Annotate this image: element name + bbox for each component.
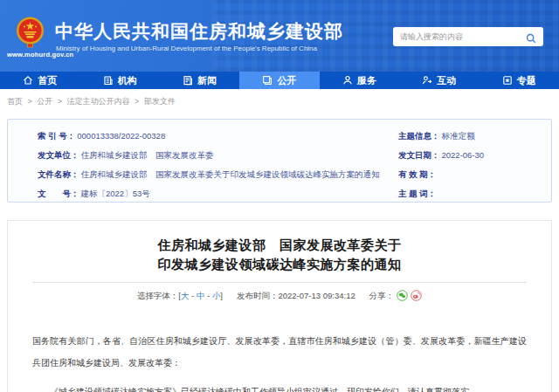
- nav-item-label: 服务: [357, 74, 376, 87]
- meta-value: 建标〔2022〕53号: [81, 189, 150, 198]
- meta-row-index-number: 索 引 号：000013338/2022-00328: [38, 130, 165, 142]
- meta-row-document-number: 文 号：建标〔2022〕53号: [38, 188, 150, 200]
- font-size-medium-button[interactable]: 中: [197, 291, 205, 300]
- site-search: [393, 27, 543, 46]
- breadcrumb: 首页 > 公开 > 法定主动公开内容 > 部发文件: [7, 96, 176, 107]
- site-header: www.mohurd.gov.cn 中华人民共和国住房和城乡建设部 Minist…: [0, 0, 559, 72]
- meta-value: 标准定额: [442, 131, 475, 141]
- font-size-label: 选择字体：: [137, 291, 179, 300]
- publish-time-label: 发布时间：: [237, 291, 279, 300]
- meta-row-issue-date: 发文日期：2022-06-30: [398, 149, 484, 162]
- meta-row-validity-period: 有 效 期：: [398, 168, 438, 181]
- special-topic-icon: [502, 75, 513, 86]
- title-divider: [32, 282, 527, 283]
- breadcrumb-separator: >: [58, 97, 62, 106]
- meta-row-document-name: 文件名称：住房和城乡建设部 国家发展改革委关于印发城乡建设领域碳达峰实施方案的通…: [38, 168, 380, 181]
- meta-label: 主题信息：: [398, 131, 440, 141]
- article-paragraph: 国务院有关部门，各省、自治区住房和城乡建设厅、发展改革委，直辖市住房和城乡建设（…: [32, 330, 527, 374]
- nav-item-disclosure[interactable]: 公开: [239, 72, 319, 89]
- document-metadata-panel: 索 引 号：000013338/2022-00328 发文单位：住房和城乡建设部…: [7, 119, 552, 203]
- article-toolbar: 选择字体：[大 - 中 - 小]发布时间：2022-07-13 09:34:12…: [8, 290, 551, 302]
- meta-label: 有 效 期：: [398, 169, 436, 179]
- meta-label: 发文单位：: [38, 150, 79, 160]
- nav-item-home[interactable]: 首页: [0, 72, 79, 89]
- meta-value: 住房和城乡建设部 国家发展改革委关于印发城乡建设领域碳达峰实施方案的通知: [81, 169, 380, 179]
- breadcrumb-item-home[interactable]: 首页: [7, 97, 23, 106]
- breadcrumb-separator: >: [135, 97, 139, 106]
- interaction-icon: [422, 75, 432, 86]
- meta-label: 索 引 号：: [38, 131, 75, 141]
- nav-item-label: 机构: [118, 74, 137, 87]
- article-title-line2: 印发城乡建设领域碳达峰实施方案的通知: [8, 255, 551, 274]
- disclosure-icon: [262, 75, 273, 86]
- share-label: 分享：: [369, 291, 395, 300]
- nav-item-organization[interactable]: 机构: [79, 72, 159, 89]
- organization-icon: [103, 75, 114, 86]
- meta-value: 住房和城乡建设部 国家发展改革委: [81, 150, 214, 160]
- nav-item-service[interactable]: 服务: [320, 72, 399, 89]
- meta-row-issuing-unit: 发文单位：住房和城乡建设部 国家发展改革委: [38, 149, 214, 162]
- publish-time-value: 2022-07-13 09:34:12: [278, 291, 355, 300]
- nav-item-label: 首页: [38, 74, 57, 87]
- meta-label: 文 号：: [38, 189, 79, 198]
- breadcrumb-item-ministry-documents[interactable]: 部发文件: [144, 97, 176, 106]
- nav-item-label: 互动: [437, 74, 456, 87]
- article-title: 住房和城乡建设部 国家发展改革委关于 印发城乡建设领域碳达峰实施方案的通知: [8, 236, 551, 274]
- article-paragraph: 《城乡建设领域碳达峰实施方案》已经碳达峰碳中和工作领导小组审议通过，现印发给你们…: [32, 381, 527, 392]
- article-body: 国务院有关部门，各省、自治区住房和城乡建设厅、发展改革委，直辖市住房和城乡建设（…: [32, 330, 527, 392]
- meta-label: 主 题 词：: [398, 189, 436, 198]
- page: www.mohurd.gov.cn 中华人民共和国住房和城乡建设部 Minist…: [0, 0, 559, 392]
- search-icon[interactable]: [526, 31, 536, 42]
- main-nav: 首页 机构 新闻 公开 服务: [0, 72, 559, 89]
- font-size-large-button[interactable]: 大: [181, 291, 190, 300]
- meta-value: 2022-06-30: [442, 150, 485, 160]
- breadcrumb-item-disclosure[interactable]: 公开: [37, 97, 52, 106]
- meta-label: 文件名称：: [38, 169, 79, 179]
- nav-item-label: 专题: [517, 74, 536, 87]
- site-title-chinese: 中华人民共和国住房和城乡建设部: [55, 19, 343, 44]
- meta-label: 发文日期：: [398, 150, 440, 160]
- weibo-share-icon[interactable]: [411, 290, 422, 301]
- news-icon: [183, 75, 193, 86]
- site-title-english: Ministry of Housing and Urban-Rural Deve…: [56, 45, 317, 52]
- home-icon: [23, 75, 33, 86]
- nav-item-label: 新闻: [197, 74, 217, 87]
- meta-row-topic-info: 主题信息：标准定额: [398, 130, 475, 142]
- nav-item-interaction[interactable]: 互动: [399, 72, 479, 89]
- national-emblem-logo: [16, 17, 45, 49]
- wechat-share-icon[interactable]: [397, 290, 408, 301]
- separator: -: [189, 291, 196, 300]
- breadcrumb-item-statutory-content[interactable]: 法定主动公开内容: [67, 97, 130, 106]
- meta-row-subject-words: 主 题 词：: [398, 188, 438, 200]
- font-size-small-button[interactable]: 小: [212, 291, 221, 300]
- nav-item-special-topic[interactable]: 专题: [480, 72, 559, 89]
- nav-item-news[interactable]: 新闻: [160, 72, 239, 89]
- search-input[interactable]: [400, 32, 526, 41]
- bracket: ]: [220, 291, 223, 300]
- nav-item-label: 公开: [277, 74, 296, 87]
- separator: -: [204, 291, 211, 300]
- article-title-line1: 住房和城乡建设部 国家发展改革委关于: [8, 236, 551, 255]
- service-icon: [342, 75, 353, 86]
- breadcrumb-separator: >: [28, 97, 32, 106]
- article-panel: 住房和城乡建设部 国家发展改革委关于 印发城乡建设领域碳达峰实施方案的通知 选择…: [7, 220, 552, 392]
- meta-value: 000013338/2022-00328: [77, 131, 165, 141]
